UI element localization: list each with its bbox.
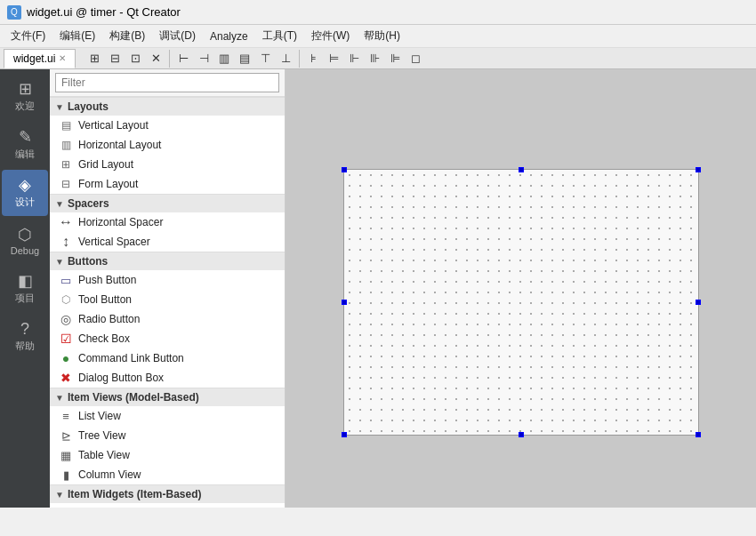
vertical-spacer-icon: ↕ <box>59 235 73 249</box>
debug-icon: ⬡ <box>18 227 32 243</box>
category-buttons[interactable]: ▼ Buttons <box>50 252 285 270</box>
category-item-widgets[interactable]: ▼ Item Widgets (Item-Based) <box>50 484 285 503</box>
handle-tr <box>696 167 701 172</box>
item-widgets-chevron: ▼ <box>55 490 64 500</box>
widget-form-layout[interactable]: ⊟ Form Layout <box>50 174 285 194</box>
sidebar-projects[interactable]: ◧ 项目 <box>2 266 48 312</box>
sidebar-edit[interactable]: ✎ 编辑 <box>2 122 48 168</box>
widget-grid-layout[interactable]: ⊞ Grid Layout <box>50 155 285 174</box>
handle-bl <box>342 432 347 437</box>
category-layouts[interactable]: ▼ Layouts <box>50 97 285 116</box>
tab-widget-ui[interactable]: widget.ui ✕ <box>4 49 76 68</box>
help-icon: ? <box>20 321 29 337</box>
menu-help[interactable]: 帮助(H) <box>357 26 407 46</box>
tree-view-icon: ⊵ <box>59 428 73 443</box>
column-view-icon: ▮ <box>59 468 73 482</box>
menu-analyze[interactable]: Analyze <box>203 28 255 45</box>
toolbar-btn7[interactable]: ⊧ <box>303 49 323 68</box>
toolbar-btn9[interactable]: ⊩ <box>344 49 364 68</box>
canvas-widget <box>343 169 699 436</box>
toolbar-btn12[interactable]: ◻ <box>406 49 425 68</box>
layouts-chevron: ▼ <box>55 102 64 112</box>
widget-push-button[interactable]: ▭ Push Button <box>50 270 285 290</box>
tool-button-icon: ⬡ <box>59 292 73 307</box>
toolbar-btn11[interactable]: ⊫ <box>385 49 405 68</box>
menu-edit[interactable]: 编辑(E) <box>52 26 102 46</box>
toolbar-close-btn[interactable]: ✕ <box>146 49 165 68</box>
toolbar-btn2[interactable]: ⊣ <box>194 49 213 68</box>
sidebar-debug[interactable]: ⬡ Debug <box>2 218 48 264</box>
menu-widgets[interactable]: 控件(W) <box>304 26 357 46</box>
sidebar-design[interactable]: ◈ 设计 <box>2 170 48 216</box>
handle-bm <box>519 432 524 437</box>
toolbar-new-btn[interactable]: ⊞ <box>84 49 104 68</box>
category-item-views[interactable]: ▼ Item Views (Model-Based) <box>50 388 285 406</box>
design-icon: ◈ <box>19 177 31 193</box>
buttons-chevron: ▼ <box>55 257 64 267</box>
vertical-layout-icon: ▤ <box>59 118 73 132</box>
grid-layout-icon: ⊞ <box>59 157 73 172</box>
toolbar-btn6[interactable]: ⊥ <box>276 49 295 68</box>
dialog-button-box-icon: ✖ <box>59 371 73 385</box>
handle-tl <box>342 167 347 172</box>
toolbar-btn10[interactable]: ⊪ <box>365 49 384 68</box>
menu-file[interactable]: 文件(F) <box>4 26 52 46</box>
table-view-icon: ▦ <box>59 448 73 462</box>
widget-list: ▼ Layouts ▤ Vertical Layout ▥ Horizontal… <box>50 97 285 508</box>
widget-vertical-spacer[interactable]: ↕ Vertical Spacer <box>50 232 285 252</box>
handle-tm <box>519 167 524 172</box>
item-views-chevron: ▼ <box>55 393 64 403</box>
spacers-chevron: ▼ <box>55 199 64 209</box>
widget-tree-view[interactable]: ⊵ Tree View <box>50 426 285 445</box>
widget-check-box[interactable]: ☑ Check Box <box>50 329 285 348</box>
widget-list-view[interactable]: ≡ List View <box>50 406 285 426</box>
widget-column-view[interactable]: ▮ Column View <box>50 465 285 484</box>
toolbar-btn4[interactable]: ▤ <box>235 49 254 68</box>
left-sidebar: ⊞ 欢迎 ✎ 编辑 ◈ 设计 ⬡ Debug ◧ 项目 ? 帮助 <box>0 69 50 508</box>
title-bar: Q widget.ui @ timer - Qt Creator <box>0 0 756 25</box>
widget-dialog-button-box[interactable]: ✖ Dialog Button Box <box>50 368 285 388</box>
filter-bar <box>50 69 285 97</box>
handle-mr <box>696 300 701 305</box>
menu-build[interactable]: 构建(B) <box>102 26 152 46</box>
app-icon: Q <box>7 5 21 20</box>
toolbar-btn3[interactable]: ▥ <box>214 49 234 68</box>
toolbar-btn5[interactable]: ⊤ <box>255 49 275 68</box>
list-view-icon: ≡ <box>59 409 73 423</box>
horizontal-layout-icon: ▥ <box>59 138 73 152</box>
toolbar-btn8[interactable]: ⊨ <box>324 49 343 68</box>
widget-tool-button[interactable]: ⬡ Tool Button <box>50 290 285 309</box>
widget-horizontal-layout[interactable]: ▥ Horizontal Layout <box>50 135 285 155</box>
projects-icon: ◧ <box>18 273 33 289</box>
toolbar-btn1[interactable]: ⊢ <box>173 49 193 68</box>
main-content: ⊞ 欢迎 ✎ 编辑 ◈ 设计 ⬡ Debug ◧ 项目 ? 帮助 <box>0 69 756 508</box>
widget-panel: ▼ Layouts ▤ Vertical Layout ▥ Horizontal… <box>50 69 286 508</box>
edit-icon: ✎ <box>19 129 32 145</box>
command-link-icon: ● <box>59 351 73 365</box>
menu-tools[interactable]: 工具(T) <box>255 26 304 46</box>
toolbar-sep2 <box>299 50 300 68</box>
window-title: widget.ui @ timer - Qt Creator <box>27 5 181 19</box>
widget-command-link-button[interactable]: ● Command Link Button <box>50 348 285 368</box>
menu-debug[interactable]: 调试(D) <box>152 26 203 46</box>
sidebar-welcome[interactable]: ⊞ 欢迎 <box>2 74 48 120</box>
toolbar-sep1 <box>169 50 170 68</box>
handle-br <box>696 432 701 437</box>
handle-ml <box>342 300 347 305</box>
category-spacers[interactable]: ▼ Spacers <box>50 194 285 212</box>
widget-horizontal-spacer[interactable]: ↔ Horizontal Spacer <box>50 212 285 232</box>
widget-vertical-layout[interactable]: ▤ Vertical Layout <box>50 116 285 135</box>
sidebar-help[interactable]: ? 帮助 <box>2 314 48 360</box>
filter-input[interactable] <box>55 73 279 92</box>
design-canvas[interactable] <box>286 69 756 508</box>
check-box-icon: ☑ <box>59 332 73 346</box>
toolbar-open-btn[interactable]: ⊟ <box>105 49 125 68</box>
tab-close-icon[interactable]: ✕ <box>59 53 66 63</box>
horizontal-spacer-icon: ↔ <box>59 215 73 229</box>
widget-radio-button[interactable]: ◎ Radio Button <box>50 309 285 329</box>
push-button-icon: ▭ <box>59 273 73 287</box>
toolbar-save-btn[interactable]: ⊡ <box>125 49 145 68</box>
menu-bar: 文件(F) 编辑(E) 构建(B) 调试(D) Analyze 工具(T) 控件… <box>0 25 756 48</box>
widget-table-view[interactable]: ▦ Table View <box>50 445 285 465</box>
radio-button-icon: ◎ <box>59 312 73 326</box>
